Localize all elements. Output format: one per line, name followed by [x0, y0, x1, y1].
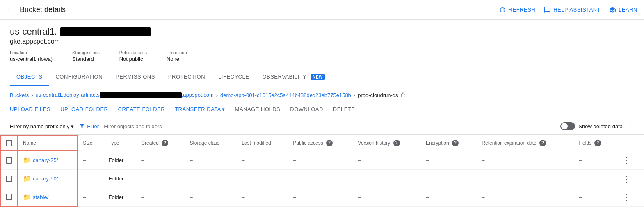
refresh-label: REFRESH [509, 7, 536, 13]
row-storage-class-1: – [185, 169, 237, 188]
filter-dropdown-chevron: ▾ [71, 123, 74, 129]
breadcrumb-deploy-artifacts[interactable]: us-central1.deploy-artifacts.appspot.com [36, 92, 214, 98]
tab-configuration[interactable]: CONFIGURATION [49, 69, 109, 86]
th-last-modified: Last modified [237, 135, 288, 151]
tab-objects[interactable]: OBJECTS [10, 69, 49, 86]
header-right: REFRESH HELP ASSISTANT LEARN [499, 6, 637, 14]
breadcrumb-sep-2: › [216, 92, 218, 98]
breadcrumb-redacted [100, 92, 182, 98]
row-menu-button-0[interactable]: ⋮ [621, 154, 633, 166]
row-encryption-2: – [421, 188, 477, 206]
holds-info-icon[interactable]: ? [594, 140, 601, 146]
objects-table: Name Size Type Created ? Storage class L… [0, 135, 644, 207]
meta-location-label: Location [10, 50, 53, 55]
tab-protection[interactable]: PROTECTION [162, 69, 212, 86]
row-last-modified-1: – [237, 169, 288, 188]
public-access-info-icon[interactable]: ? [326, 140, 333, 146]
action-bar: UPLOAD FILES UPLOAD FOLDER CREATE FOLDER… [0, 102, 644, 118]
filter-icon [79, 123, 85, 129]
row-menu-button-1[interactable]: ⋮ [621, 173, 633, 185]
delete-button[interactable]: DELETE [328, 104, 360, 115]
row-public-access-1: – [288, 169, 353, 188]
tab-permissions[interactable]: PERMISSIONS [109, 69, 162, 86]
dash-value: – [141, 176, 144, 182]
breadcrumb-sep-3: › [354, 92, 355, 98]
create-folder-button[interactable]: CREATE FOLDER [113, 104, 170, 115]
row-size-1: – [78, 169, 103, 188]
row-select-checkbox-1[interactable] [6, 176, 12, 182]
row-name-link-0[interactable]: 📁 canary-25/ [23, 156, 72, 164]
row-menu-button-2[interactable]: ⋮ [621, 191, 633, 203]
th-version-history: Version history ? [353, 135, 421, 151]
row-last-modified-2: – [237, 188, 288, 206]
dash-value: – [579, 176, 582, 182]
row-name-0: 📁 canary-25/ [18, 151, 78, 169]
school-icon [609, 6, 616, 14]
retention-info-icon[interactable]: ? [539, 140, 546, 146]
row-created-1: – [136, 169, 185, 188]
row-storage-class-2: – [185, 188, 237, 206]
toggle-knob [561, 123, 568, 129]
created-info-icon[interactable]: ? [162, 140, 168, 146]
row-encryption-0: – [421, 151, 477, 169]
tab-observability[interactable]: OBSERVABILITY NEW [256, 69, 331, 86]
show-deleted-toggle[interactable] [560, 122, 575, 130]
version-history-info-icon[interactable]: ? [393, 140, 400, 146]
download-button[interactable]: DOWNLOAD [285, 104, 328, 115]
row-type-0: Folder [104, 151, 137, 169]
learn-button[interactable]: LEARN [609, 6, 637, 14]
row-public-access-2: – [288, 188, 353, 206]
row-name-link-2[interactable]: 📁 stable/ [23, 193, 72, 201]
meta-location-value: us-central1 (Iowa) [10, 56, 53, 62]
th-holds: Holds ? [574, 135, 616, 151]
manage-holds-button[interactable]: MANAGE HOLDS [230, 104, 285, 115]
filter-dropdown[interactable]: Filter by name prefix only ▾ [10, 123, 74, 129]
copy-icon[interactable]: ⎙ [401, 91, 405, 99]
upload-files-button[interactable]: UPLOAD FILES [10, 104, 55, 115]
th-size: Size [78, 135, 103, 151]
transfer-data-button[interactable]: TRANSFER DATA ▾ [170, 104, 230, 115]
refresh-button[interactable]: REFRESH [499, 6, 536, 14]
header-left: ← Bucket details [7, 5, 66, 14]
dash-value: – [83, 176, 86, 182]
dash-value: – [482, 157, 484, 163]
dash-value: – [190, 194, 192, 200]
th-retention: Retention expiration date ? [477, 135, 574, 151]
row-retention-0: – [477, 151, 574, 169]
row-retention-2: – [477, 188, 574, 206]
back-button[interactable]: ← [7, 5, 15, 14]
breadcrumb-buckets[interactable]: Buckets [10, 92, 29, 98]
page-title: Bucket details [20, 5, 66, 14]
tab-lifecycle[interactable]: LIFECYCLE [212, 69, 256, 86]
filter-bar: Filter by name prefix only ▾ Filter Show… [0, 118, 644, 135]
dash-value: – [358, 176, 361, 182]
help-assistant-button[interactable]: HELP ASSISTANT [544, 6, 601, 14]
dash-value: – [426, 194, 429, 200]
tabs: OBJECTS CONFIGURATION PERMISSIONS PROTEC… [0, 69, 644, 86]
bucket-name: us-central1. [10, 26, 634, 37]
row-type-1: Folder [104, 169, 137, 188]
table-row: 📁 canary-50/ – Folder – – – – – – – – ⋮ [0, 169, 644, 188]
row-size-0: – [78, 151, 103, 169]
table-body: 📁 canary-25/ – Folder – – – – – – – – ⋮ [0, 151, 644, 206]
row-select-checkbox-0[interactable] [6, 157, 12, 164]
dash-value: – [242, 194, 244, 200]
row-name-link-1[interactable]: 📁 canary-50/ [23, 175, 72, 183]
dash-value: – [426, 176, 429, 182]
filter-icon-area: Filter [79, 123, 99, 129]
row-menu-1: ⋮ [616, 169, 644, 188]
density-icon[interactable]: ⋮ [626, 121, 634, 131]
row-checkbox-2 [0, 188, 18, 206]
dash-value: – [482, 194, 484, 200]
show-deleted-label: Show deleted data [578, 123, 623, 129]
table-row: 📁 stable/ – Folder – – – – – – – – ⋮ [0, 188, 644, 206]
folder-icon-2: 📁 [23, 193, 31, 201]
filter-input[interactable] [104, 123, 555, 129]
meta-storage-class: Storage class Standard [72, 50, 100, 62]
row-select-checkbox-2[interactable] [6, 194, 12, 200]
upload-folder-button[interactable]: UPLOAD FOLDER [55, 104, 113, 115]
breadcrumb-demo-app[interactable]: demo-app-001-c1015e2c5a414b438ded23eb775… [220, 92, 351, 98]
encryption-info-icon[interactable]: ? [452, 140, 459, 146]
select-all-checkbox[interactable] [6, 140, 12, 146]
row-public-access-0: – [288, 151, 353, 169]
